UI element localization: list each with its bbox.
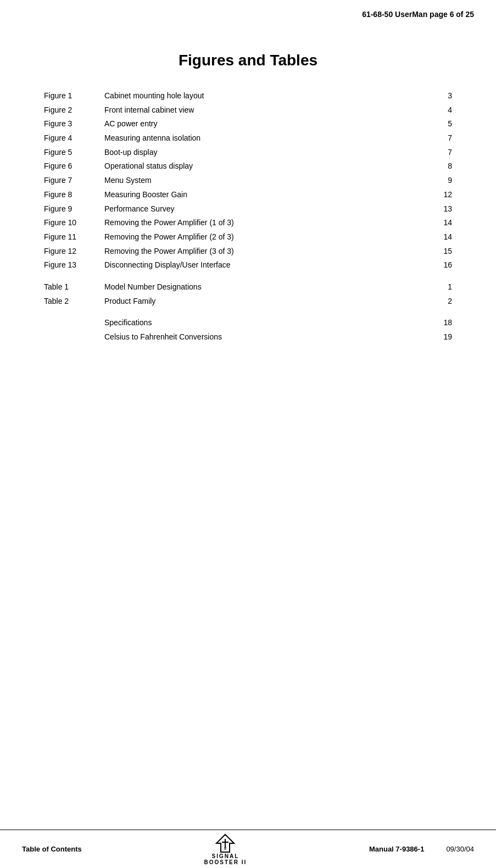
figure-page: 9	[430, 174, 452, 188]
page-content: Figures and Tables Figure 1 Cabinet moun…	[0, 19, 496, 399]
footer-right: Manual 7-9386-1 09/30/04	[369, 845, 474, 853]
table-label: Table 1	[44, 280, 104, 294]
page-header: 61-68-50 UserMan page 6 of 25	[0, 0, 496, 19]
footer-toc-label: Table of Contents	[22, 845, 82, 853]
list-item: Celsius to Fahrenheit Conversions 19	[44, 330, 452, 344]
figure-label: Figure 6	[44, 159, 104, 174]
figure-page: 12	[430, 188, 452, 202]
figure-description: AC power entry	[104, 117, 430, 131]
figure-label: Figure 1	[44, 89, 104, 103]
figure-page: 4	[430, 103, 452, 118]
figure-description: Menu System	[104, 174, 430, 188]
figure-label: Figure 4	[44, 131, 104, 146]
list-item: Figure 8 Measuring Booster Gain 12	[44, 188, 452, 202]
list-item: Figure 13 Disconnecting Display/User Int…	[44, 258, 452, 272]
figure-label: Figure 7	[44, 174, 104, 188]
figure-page: 3	[430, 89, 452, 103]
extra-label	[44, 316, 104, 330]
table-description: Model Number Designations	[104, 280, 430, 294]
figure-label: Figure 10	[44, 216, 104, 230]
table-description: Product Family	[104, 294, 430, 309]
page-footer: Table of Contents II SIGNAL BOOSTER II M…	[0, 830, 496, 868]
list-item: Table 2 Product Family 2	[44, 294, 452, 309]
figure-page: 7	[430, 131, 452, 146]
list-item: Specifications 18	[44, 316, 452, 330]
figure-description: Removing the Power Amplifier (3 of 3)	[104, 244, 430, 259]
list-item: Figure 12 Removing the Power Amplifier (…	[44, 244, 452, 259]
list-item: Figure 2 Front internal cabinet view 4	[44, 103, 452, 118]
figure-label: Figure 5	[44, 146, 104, 160]
extra-description: Celsius to Fahrenheit Conversions	[104, 330, 430, 344]
figure-label: Figure 12	[44, 244, 104, 259]
extra-description: Specifications	[104, 316, 430, 330]
figure-description: Removing the Power Amplifier (1 of 3)	[104, 216, 430, 230]
list-item: Figure 11 Removing the Power Amplifier (…	[44, 230, 452, 244]
svg-text:II: II	[224, 847, 226, 850]
list-item: Figure 1 Cabinet mounting hole layout 3	[44, 89, 452, 103]
logo-text-line1: SIGNAL	[211, 853, 239, 859]
page-title: Figures and Tables	[44, 52, 452, 69]
figure-description: Operational status display	[104, 159, 430, 174]
header-text: 61-68-50 UserMan page 6 of 25	[362, 10, 474, 19]
figure-label: Figure 8	[44, 188, 104, 202]
list-item: Figure 4 Measuring antenna isolation 7	[44, 131, 452, 146]
list-item: Figure 5 Boot-up display 7	[44, 146, 452, 160]
extra-page: 19	[430, 330, 452, 344]
figure-description: Front internal cabinet view	[104, 103, 430, 118]
figure-page: 8	[430, 159, 452, 174]
figure-page: 13	[430, 202, 452, 216]
figure-description: Disconnecting Display/User Interface	[104, 258, 430, 272]
list-item: Figure 6 Operational status display 8	[44, 159, 452, 174]
figure-label: Figure 3	[44, 117, 104, 131]
figure-label: Figure 11	[44, 230, 104, 244]
figure-page: 5	[430, 117, 452, 131]
list-item: Table 1 Model Number Designations 1	[44, 280, 452, 294]
figure-page: 14	[430, 230, 452, 244]
list-item: Figure 7 Menu System 9	[44, 174, 452, 188]
figure-description: Removing the Power Amplifier (2 of 3)	[104, 230, 430, 244]
footer-manual-label: Manual 7-9386-1	[369, 845, 424, 853]
footer-logo: II SIGNAL BOOSTER II	[204, 833, 247, 865]
figure-page: 7	[430, 146, 452, 160]
figure-description: Performance Survey	[104, 202, 430, 216]
figure-description: Boot-up display	[104, 146, 430, 160]
figure-description: Measuring antenna isolation	[104, 131, 430, 146]
list-item: Figure 10 Removing the Power Amplifier (…	[44, 216, 452, 230]
table-label: Table 2	[44, 294, 104, 309]
figure-label: Figure 13	[44, 258, 104, 272]
footer-date-label: 09/30/04	[446, 845, 474, 853]
extra-page: 18	[430, 316, 452, 330]
figure-description: Measuring Booster Gain	[104, 188, 430, 202]
list-item: Figure 3 AC power entry 5	[44, 117, 452, 131]
table-page: 1	[430, 280, 452, 294]
table-page: 2	[430, 294, 452, 309]
signal-booster-icon: II	[214, 833, 236, 853]
figure-page: 16	[430, 258, 452, 272]
figure-page: 15	[430, 244, 452, 259]
figure-description: Cabinet mounting hole layout	[104, 89, 430, 103]
list-item: Figure 9 Performance Survey 13	[44, 202, 452, 216]
figure-label: Figure 2	[44, 103, 104, 118]
figure-page: 14	[430, 216, 452, 230]
logo-text-line2: BOOSTER II	[204, 859, 247, 865]
logo-container: II SIGNAL BOOSTER II	[204, 833, 247, 865]
extras-table: Specifications 18 Celsius to Fahrenheit …	[44, 316, 452, 344]
tables-table: Table 1 Model Number Designations 1 Tabl…	[44, 280, 452, 308]
extra-label	[44, 330, 104, 344]
figure-label: Figure 9	[44, 202, 104, 216]
figures-table: Figure 1 Cabinet mounting hole layout 3 …	[44, 89, 452, 272]
